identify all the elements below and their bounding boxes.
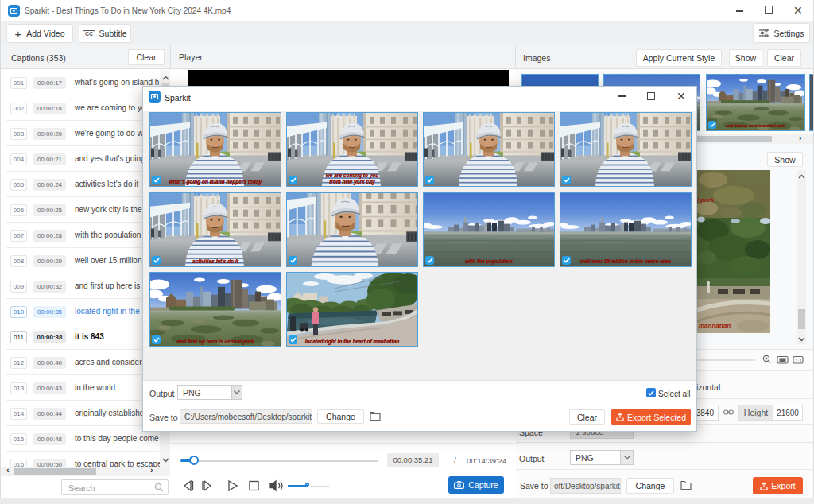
svg-text:1:1: 1:1: [796, 359, 803, 363]
